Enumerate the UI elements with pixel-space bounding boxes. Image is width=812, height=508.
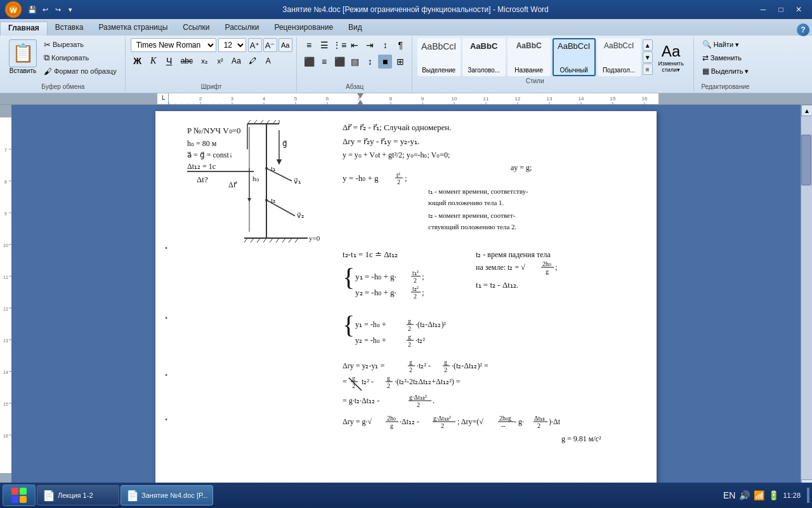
shading-button[interactable]: ■ [378, 55, 392, 69]
svg-text:·Δt₁₂ -: ·Δt₁₂ - [400, 417, 419, 426]
para-row1: ≡ ☰ ⋮≡ ⇤ ⇥ ↕ ¶ [302, 38, 407, 52]
paste-button[interactable]: 📋 Вставить [6, 38, 39, 76]
tab-insert[interactable]: Вставка [48, 22, 91, 36]
styles-scroll-more[interactable]: ≡ [643, 64, 653, 75]
start-button[interactable] [3, 485, 36, 506]
taskbar: 📄 Лекция 1-2 📄 Занятие №4.doc [Р... EN 🔊… [0, 483, 812, 508]
volume-icon[interactable]: 🔊 [739, 490, 750, 500]
tab-view[interactable]: Вид [341, 22, 370, 36]
change-case-button[interactable]: Аа [229, 54, 244, 68]
replace-button[interactable]: ⇄ Заменить [699, 51, 752, 64]
taskbar-item-exercise[interactable]: 📄 Занятие №4.doc [Р... [121, 485, 213, 505]
redo-quick-btn[interactable]: ↪ [52, 4, 63, 15]
justify-button[interactable]: ▤ [348, 55, 362, 69]
italic-button[interactable]: К [147, 54, 160, 68]
format-painter-button[interactable]: 🖌 Формат по образцу [41, 65, 120, 77]
ribbon: Главная Вставка Разметка страницы Ссылки… [0, 19, 812, 93]
font-row1: Times New Roman 12 A⁺ A⁻ Aa [131, 38, 292, 52]
close-button[interactable]: ✕ [790, 4, 807, 15]
underline-button[interactable]: Ч [162, 54, 176, 68]
grow-font-btn[interactable]: A⁺ [248, 38, 262, 52]
numbering-button[interactable]: ☰ [317, 38, 331, 52]
align-center-button[interactable]: ≡ [317, 55, 331, 69]
quickaccess-dropdown[interactable]: ▾ [65, 4, 76, 15]
document-content: P №/NУЧ V₀=0 h₀ = 80 м a⃗ = g⃗ = const↓ … [155, 111, 657, 479]
system-clock: 11:28 [783, 491, 801, 500]
paragraph-content: ≡ ☰ ⋮≡ ⇤ ⇥ ↕ ¶ ⬛ ≡ ⬛ ▤ ↕ ■ ⊞ [302, 38, 407, 82]
clipboard-group: 📋 Вставить ✂ Вырезать ⧉ Копировать 🖌 Фор… [3, 37, 126, 91]
ruler-content[interactable]: └ [157, 93, 658, 104]
select-dropdown[interactable]: ▾ [745, 67, 749, 76]
multilevel-list-button[interactable]: ⋮≡ [332, 38, 346, 52]
document-area: P №/NУЧ V₀=0 h₀ = 80 м a⃗ = g⃗ = const↓ … [11, 105, 801, 491]
svg-text:2h₀: 2h₀ [542, 260, 551, 267]
font-row2: Ж К Ч аbc x₂ x² Аа 🖍 A [131, 54, 292, 68]
font-size-select[interactable]: 12 [218, 38, 246, 52]
sort-button[interactable]: ↕ [378, 38, 392, 52]
ribbon-tab-bar: Главная Вставка Разметка страницы Ссылки… [0, 19, 812, 36]
copy-button[interactable]: ⧉ Копировать [41, 51, 120, 64]
find-dropdown[interactable]: ▾ [735, 41, 739, 49]
strikethrough-button[interactable]: аbc [178, 54, 195, 68]
svg-text:5: 5 [294, 96, 298, 102]
svg-text:2: 2 [199, 96, 202, 102]
style-selection[interactable]: AaBbCcI Выделение [417, 38, 461, 76]
tab-review[interactable]: Рецензирование [266, 22, 341, 36]
border-button[interactable]: ⊞ [393, 55, 407, 69]
tab-page-layout[interactable]: Разметка страницы [91, 22, 175, 36]
save-quick-btn[interactable]: 💾 [27, 4, 38, 15]
style-heading-label: Заголово... [468, 67, 500, 74]
shrink-font-btn[interactable]: A⁻ [263, 38, 277, 52]
bold-button[interactable]: Ж [131, 54, 145, 68]
help-button[interactable]: ? [797, 23, 809, 36]
superscript-button[interactable]: x² [213, 54, 227, 68]
styles-scroll-up[interactable]: ▲ [643, 39, 653, 51]
style-subtitle[interactable]: AaBbCcI Подзагол... [598, 38, 641, 76]
taskbar-item-lecture[interactable]: 📄 Лекция 1-2 [37, 485, 119, 505]
style-heading[interactable]: AaBbC Заголово... [462, 38, 506, 76]
office-button[interactable]: W [5, 1, 22, 18]
clear-format-btn[interactable]: Aa [278, 38, 292, 52]
highlight-color-button[interactable]: 🖍 [246, 54, 259, 68]
network-icon[interactable]: 📶 [754, 490, 764, 500]
decrease-indent-button[interactable]: ⇤ [348, 38, 362, 52]
line-spacing-button[interactable]: ↕ [363, 55, 377, 69]
svg-text:y₁ = -h₀ + g·: y₁ = -h₀ + g· [355, 272, 396, 281]
svg-text:g = 9.81 м/с²: g = 9.81 м/с² [561, 434, 601, 443]
subscript-button[interactable]: x₂ [197, 54, 211, 68]
scroll-up-button[interactable]: ▲ [801, 105, 812, 116]
undo-quick-btn[interactable]: ↩ [39, 4, 51, 15]
svg-text:на земле: t₂ = √: на земле: t₂ = √ [476, 263, 525, 272]
bullets-button[interactable]: ≡ [302, 38, 316, 52]
restore-button[interactable]: □ [773, 4, 789, 15]
align-right-button[interactable]: ⬛ [332, 55, 346, 69]
tab-home[interactable]: Главная [0, 22, 48, 36]
scroll-track[interactable] [801, 116, 812, 479]
document-page[interactable]: P №/NУЧ V₀=0 h₀ = 80 м a⃗ = g⃗ = const↓ … [155, 111, 657, 491]
select-button[interactable]: ▦ Выделить ▾ [699, 65, 752, 77]
find-icon: 🔍 [702, 40, 712, 49]
show-desktop-btn[interactable] [807, 488, 809, 503]
cut-button[interactable]: ✂ Вырезать [41, 38, 120, 51]
scroll-thumb[interactable] [801, 135, 811, 185]
font-color-button[interactable]: A [261, 54, 275, 68]
svg-rect-43 [0, 105, 11, 117]
svg-rect-199 [20, 496, 27, 503]
language-indicator[interactable]: EN [723, 490, 735, 500]
svg-text:g: g [408, 333, 411, 340]
styles-scroll-down[interactable]: ▼ [643, 51, 653, 63]
minimize-button[interactable]: ─ [755, 4, 771, 15]
font-name-select[interactable]: Times New Roman [131, 38, 216, 52]
show-formatting-button[interactable]: ¶ [393, 38, 407, 52]
tab-mailings[interactable]: Рассылки [218, 22, 267, 36]
svg-text:y = y₀ + V₀t + gt²/2; y₀=-h₀; : y = y₀ + V₀t + gt²/2; y₀=-h₀; V₀=0; [343, 150, 450, 159]
change-styles-button[interactable]: Аа Изменить стили▾ [653, 41, 690, 75]
svg-text:15: 15 [610, 96, 616, 102]
style-normal[interactable]: AaBbCcI Обычный [553, 38, 596, 76]
find-button[interactable]: 🔍 Найти ▾ [699, 38, 752, 51]
increase-indent-button[interactable]: ⇥ [363, 38, 377, 52]
battery-icon[interactable]: 🔋 [768, 490, 779, 500]
style-title[interactable]: AaBbC Название [508, 38, 551, 76]
tab-references[interactable]: Ссылки [175, 22, 217, 36]
align-left-button[interactable]: ⬛ [302, 55, 316, 69]
